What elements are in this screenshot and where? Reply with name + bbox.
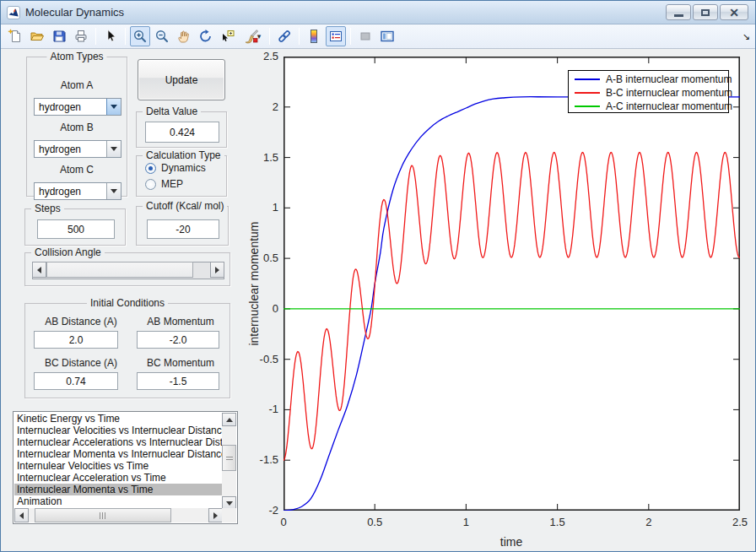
scroll-right-arrow[interactable] (208, 508, 223, 522)
bc-momentum-field[interactable]: -1.5 (137, 372, 219, 390)
y-tick-label: -1.5 (241, 453, 278, 466)
plot-axes[interactable] (284, 57, 740, 511)
radio-selected-icon[interactable] (145, 163, 156, 174)
legend-label: A-C internuclear momentum (606, 100, 732, 112)
x-tick-label: 2.5 (723, 516, 755, 528)
calculation-type-panel: Calculation Type Dynamics MEP (136, 155, 227, 197)
link-plot-button[interactable] (274, 26, 294, 46)
close-button[interactable]: ✕ (720, 4, 748, 20)
panel-title: Atom Types (46, 51, 106, 62)
cutoff-field[interactable]: -20 (147, 219, 219, 239)
mep-radio-row[interactable]: MEP (145, 178, 183, 190)
scroll-up-arrow[interactable] (222, 413, 236, 426)
legend-entry[interactable]: A-C internuclear momentum (569, 100, 728, 113)
slider-thumb[interactable] (46, 262, 193, 278)
y-tick-label: -0.5 (241, 353, 278, 365)
list-item[interactable]: Internuclear Velocities vs Internuclear … (14, 425, 223, 436)
listbox-horizontal-scrollbar[interactable] (14, 508, 223, 522)
rotate-3d-button[interactable] (196, 26, 216, 46)
list-items: Kinetic Energy vs TimeInternuclear Veloc… (14, 413, 223, 509)
y-tick-label: 2.5 (241, 50, 278, 62)
legend-entry[interactable]: B-C internuclear momentum (569, 86, 728, 100)
steps-field[interactable]: 500 (37, 219, 115, 239)
zoom-out-button[interactable] (152, 26, 172, 46)
new-figure-button[interactable] (5, 26, 25, 46)
pan-button[interactable] (174, 26, 194, 46)
atom-c-label: Atom C (27, 164, 127, 176)
hand-icon (176, 29, 192, 44)
window-title: Molecular Dynamics (25, 6, 124, 19)
atom-a-dropdown[interactable]: hydrogen (34, 98, 122, 116)
toolbar-separator (269, 28, 270, 45)
save-icon (51, 29, 67, 44)
insert-legend-button[interactable] (326, 26, 346, 46)
panel-title: Delta Value (143, 106, 201, 117)
ab-distance-field[interactable]: 2.0 (34, 331, 118, 349)
restore-button[interactable] (693, 4, 718, 20)
x-tick-label: 2 (632, 516, 666, 528)
edit-plot-button[interactable] (100, 26, 121, 46)
printer-icon (73, 29, 89, 44)
scroll-left-arrow[interactable] (14, 508, 29, 522)
atom-b-value: hydrogen (39, 143, 81, 155)
list-item[interactable]: Internuclear Accelerations vs Internucle… (14, 436, 223, 448)
open-folder-icon (30, 29, 45, 44)
list-item[interactable]: Internuclear Acceleration vs Time (14, 472, 223, 484)
atom-c-value: hydrogen (39, 186, 81, 198)
list-item[interactable]: Internuclear Momenta vs Internuclear Dis… (14, 448, 223, 460)
atom-b-dropdown[interactable]: hydrogen (34, 140, 122, 158)
vertical-scroll-thumb[interactable] (222, 445, 236, 471)
atom-c-dropdown[interactable]: hydrogen (34, 182, 122, 200)
plot-legend[interactable]: A-B internuclear momentumB-C internuclea… (568, 70, 729, 113)
plot-type-listbox[interactable]: Kinetic Energy vs TimeInternuclear Veloc… (13, 411, 238, 524)
slider-right-arrow[interactable] (210, 262, 224, 278)
horizontal-scroll-thumb[interactable] (35, 508, 171, 522)
list-item[interactable]: Internulear Velocities vs Time (14, 460, 223, 472)
save-figure-button[interactable] (49, 26, 69, 46)
collision-angle-slider[interactable] (32, 262, 224, 279)
title-bar[interactable]: Molecular Dynamics ✕ (1, 1, 755, 24)
update-button[interactable]: Update (138, 59, 225, 100)
figure-client-area: Atom Types Atom A hydrogen Atom B hydrog… (1, 49, 755, 551)
slider-left-arrow[interactable] (32, 262, 46, 278)
restore-icon (701, 9, 710, 16)
list-item[interactable]: Internuclear Momenta vs Time (14, 484, 223, 495)
brush-dropdown-caret-icon[interactable]: ▾ (257, 32, 262, 41)
open-file-button[interactable] (27, 26, 47, 46)
print-figure-button[interactable] (71, 26, 91, 46)
x-tick-label: 0.5 (358, 516, 392, 528)
toolbar-separator (299, 28, 300, 45)
brush-data-button[interactable]: ▾ (240, 26, 265, 46)
panel-title: Cutoff (Kcal/ mol) (143, 200, 227, 212)
legend-entry[interactable]: A-B internuclear momentum (569, 73, 728, 86)
list-item[interactable]: Animation (14, 495, 223, 507)
delta-value-field[interactable]: 0.424 (145, 122, 219, 143)
bc-distance-label: BC Distance (A) (30, 357, 132, 369)
panel-title: Calculation Type (143, 149, 224, 161)
toolbar-overflow-icon[interactable]: ↘ (742, 31, 750, 42)
data-cursor-button[interactable] (218, 26, 238, 46)
radio-unselected-icon[interactable] (145, 179, 156, 190)
plot-tools-icon (380, 29, 395, 44)
ab-momentum-label: AB Momentum (135, 316, 226, 327)
show-plot-tools-button[interactable] (377, 26, 397, 46)
legend-label: B-C internuclear momentum (606, 87, 732, 99)
app-window: Molecular Dynamics ✕ (0, 0, 756, 552)
hide-plot-tools-button[interactable] (355, 26, 375, 46)
zoom-in-button[interactable] (130, 26, 150, 46)
ab-momentum-field[interactable]: -2.0 (137, 331, 219, 349)
minimize-button[interactable] (666, 4, 691, 20)
zoom-in-icon (132, 29, 148, 44)
bc-distance-field[interactable]: 0.74 (34, 372, 118, 390)
dynamics-radio-row[interactable]: Dynamics (145, 162, 206, 174)
chevron-down-icon[interactable] (106, 141, 121, 157)
chevron-down-icon[interactable] (106, 183, 121, 199)
listbox-vertical-scrollbar[interactable] (222, 413, 236, 510)
list-item[interactable]: Kinetic Energy vs Time (14, 413, 223, 425)
insert-colorbar-button[interactable] (304, 26, 324, 46)
atom-a-label: Atom A (27, 79, 127, 91)
cutoff-panel: Cutoff (Kcal/ mol) -20 (136, 206, 229, 246)
hide-plot-tools-icon (358, 29, 373, 44)
chevron-down-icon[interactable] (106, 99, 121, 115)
steps-panel: Steps 500 (24, 208, 126, 246)
